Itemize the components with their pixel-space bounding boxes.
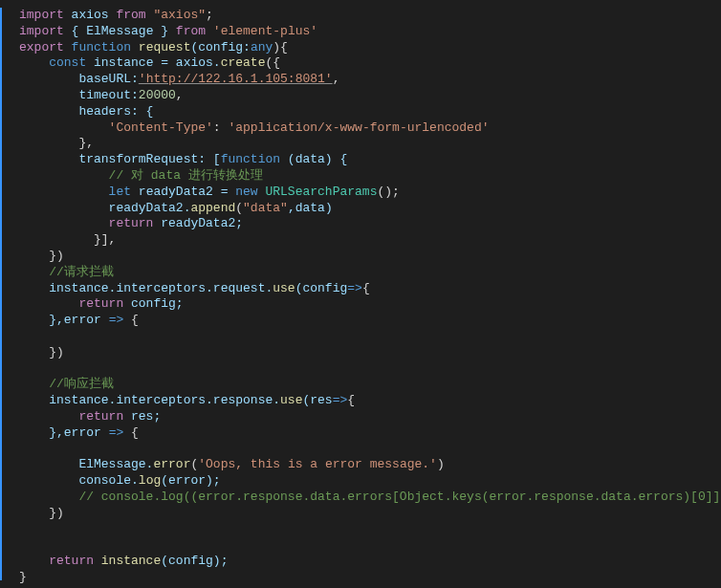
code-line[interactable]: let readyData2 = new URLSearchParams();	[2, 185, 721, 201]
code-line[interactable]: }	[2, 570, 721, 586]
code-line[interactable]: })	[2, 506, 721, 522]
code-line[interactable]: 'Content-Type': 'application/x-www-form-…	[2, 120, 721, 137]
code-line[interactable]: instance.interceptors.request.use(config…	[2, 281, 721, 297]
code-line[interactable]: headers: {	[2, 104, 721, 120]
code-line[interactable]: return res;	[2, 409, 721, 425]
code-line[interactable]: // 对 data 进行转换处理	[2, 168, 721, 185]
code-line[interactable]	[2, 522, 721, 538]
code-line[interactable]: //响应拦截	[2, 377, 721, 393]
code-line[interactable]	[2, 442, 721, 458]
code-line[interactable]	[2, 329, 721, 345]
code-line[interactable]: },error => {	[2, 425, 721, 442]
code-line[interactable]	[2, 537, 721, 554]
code-line[interactable]: instance.interceptors.response.use(res=>…	[2, 393, 721, 409]
code-line[interactable]: return readyData2;	[2, 216, 721, 232]
code-line[interactable]: transformRequest: [function (data) {	[2, 152, 721, 168]
code-line[interactable]: readyData2.append("data",data)	[2, 201, 721, 217]
code-line[interactable]	[2, 361, 721, 378]
code-line[interactable]: return config;	[2, 296, 721, 313]
code-line[interactable]: }],	[2, 232, 721, 249]
code-editor[interactable]: import axios from "axios"; import { ElMe…	[0, 8, 721, 580]
code-line[interactable]: timeout:20000,	[2, 88, 721, 104]
code-line[interactable]: import axios from "axios";	[2, 8, 721, 24]
code-line[interactable]: console.log(error);	[2, 473, 721, 490]
code-line[interactable]: const instance = axios.create({	[2, 55, 721, 72]
code-line[interactable]: import { ElMessage } from 'element-plus'	[2, 24, 721, 40]
code-line[interactable]: },	[2, 136, 721, 152]
code-line[interactable]: },error => {	[2, 313, 721, 329]
code-line[interactable]: baseURL:'http://122.16.1.105:8081',	[2, 72, 721, 88]
code-line[interactable]: // console.log((error.response.data.erro…	[2, 490, 721, 506]
code-line[interactable]: })	[2, 249, 721, 265]
code-line[interactable]: ElMessage.error('Oops, this is a error m…	[2, 457, 721, 473]
code-line[interactable]: export function request(config:any){	[2, 40, 721, 56]
code-line[interactable]: })	[2, 345, 721, 361]
code-line[interactable]: //请求拦截	[2, 265, 721, 281]
code-line[interactable]: return instance(config);	[2, 554, 721, 570]
